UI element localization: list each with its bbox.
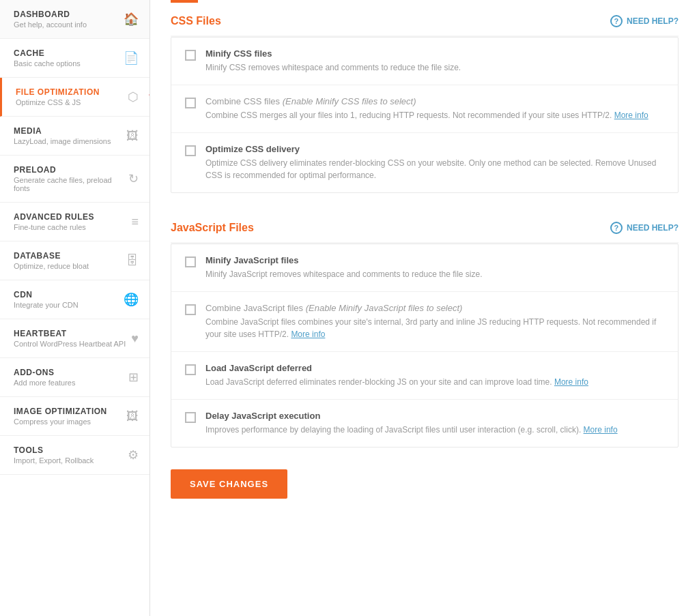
sidebar-icon-tools: ⚙ xyxy=(128,448,139,463)
js-need-help-link[interactable]: ? NEED HELP? xyxy=(610,222,679,234)
sidebar: DASHBOARDGet help, account info🏠CACHEBas… xyxy=(0,0,150,616)
option-title-combine-js: Combine JavaScript files (Enable Minify … xyxy=(205,303,664,313)
sidebar-item-title-add-ons: ADD-ONS xyxy=(14,368,123,377)
option-title-minify-css: Minify CSS files xyxy=(205,48,664,59)
sidebar-icon-add-ons: ⊞ xyxy=(128,370,139,385)
sidebar-item-title-media: MEDIA xyxy=(14,126,121,136)
sidebar-item-title-database: DATABASE xyxy=(14,251,121,261)
sidebar-item-subtitle-image-optimization: Compress your images xyxy=(14,417,121,426)
option-row-optimize-css-delivery: Optimize CSS deliveryOptimize CSS delive… xyxy=(171,133,678,192)
option-desc-combine-js: Combine JavaScript files combines your s… xyxy=(205,316,664,340)
css-section-title: CSS Files xyxy=(171,15,221,27)
sidebar-icon-file-optimization: ⬡ xyxy=(128,89,139,104)
sidebar-item-preload[interactable]: PRELOADGenerate cache files, preload fon… xyxy=(0,156,149,203)
checkbox-delay-js[interactable] xyxy=(185,412,196,423)
option-row-load-js-deferred: Load JavaScript deferredLoad JavaScript … xyxy=(171,352,678,400)
option-desc-delay-js: Improves performance by delaying the loa… xyxy=(205,424,664,436)
option-link-combine-js[interactable]: More info xyxy=(291,329,325,339)
js-section-header: JavaScript Files ? NEED HELP? xyxy=(171,209,679,244)
option-title-minify-js: Minify JavaScript files xyxy=(205,255,664,265)
sidebar-item-dashboard[interactable]: DASHBOARDGet help, account info🏠 xyxy=(0,0,149,39)
sidebar-icon-cache: 📄 xyxy=(124,50,139,65)
option-link-load-js-deferred[interactable]: More info xyxy=(554,377,588,387)
sidebar-item-title-cache: CACHE xyxy=(14,48,118,58)
sidebar-item-subtitle-database: Optimize, reduce bloat xyxy=(14,262,121,270)
option-row-minify-js: Minify JavaScript filesMinify JavaScript… xyxy=(171,244,678,292)
js-options-block: Minify JavaScript filesMinify JavaScript… xyxy=(171,244,679,448)
sidebar-item-title-cdn: CDN xyxy=(14,290,118,299)
sidebar-item-database[interactable]: DATABASEOptimize, reduce bloat🗄 xyxy=(0,241,149,280)
sidebar-item-title-heartbeat: HEARTBEAT xyxy=(14,329,126,338)
checkbox-combine-js[interactable] xyxy=(185,304,196,315)
sidebar-item-subtitle-heartbeat: Control WordPress Heartbeat API xyxy=(14,340,126,348)
sidebar-icon-heartbeat: ♥ xyxy=(131,332,139,346)
sidebar-icon-media: 🖼 xyxy=(126,129,139,143)
checkbox-combine-css[interactable] xyxy=(185,98,196,108)
option-title-delay-js: Delay JavaScript execution xyxy=(205,411,664,421)
sidebar-item-subtitle-media: LazyLoad, image dimensions xyxy=(14,137,121,145)
sidebar-item-title-file-optimization: FILE OPTIMIZATION xyxy=(16,87,122,97)
sidebar-item-subtitle-cdn: Integrate your CDN xyxy=(14,301,118,309)
option-title-combine-css: Combine CSS files (Enable Minify CSS fil… xyxy=(205,96,664,106)
checkbox-minify-css[interactable] xyxy=(185,50,196,61)
css-need-help-link[interactable]: ? NEED HELP? xyxy=(610,15,679,27)
option-desc-load-js-deferred: Load JavaScript deferred eliminates rend… xyxy=(205,376,664,388)
sidebar-item-tools[interactable]: TOOLSImport, Export, Rollback⚙ xyxy=(0,436,149,475)
option-row-combine-js: Combine JavaScript files (Enable Minify … xyxy=(171,292,678,352)
css-need-help-label: NEED HELP? xyxy=(627,16,679,26)
option-desc-combine-css: Combine CSS merges all your files into 1… xyxy=(205,109,664,121)
sidebar-icon-image-optimization: 🖼 xyxy=(126,409,139,424)
sidebar-item-title-dashboard: DASHBOARD xyxy=(14,10,118,19)
option-title-load-js-deferred: Load JavaScript deferred xyxy=(205,363,664,373)
sidebar-item-title-advanced-rules: ADVANCED RULES xyxy=(14,212,126,222)
option-link-delay-js[interactable]: More info xyxy=(584,425,618,435)
option-title-optimize-css-delivery: Optimize CSS delivery xyxy=(205,144,664,154)
sidebar-item-subtitle-preload: Generate cache files, preload fonts xyxy=(14,176,123,192)
sidebar-item-add-ons[interactable]: ADD-ONSAdd more features⊞ xyxy=(0,358,149,397)
need-help-icon-js: ? xyxy=(610,222,623,234)
sidebar-item-cache[interactable]: CACHEBasic cache options📄 xyxy=(0,39,149,78)
sidebar-item-media[interactable]: MEDIALazyLoad, image dimensions🖼 xyxy=(0,117,149,156)
sidebar-item-heartbeat[interactable]: HEARTBEATControl WordPress Heartbeat API… xyxy=(0,319,149,358)
checkbox-load-js-deferred[interactable] xyxy=(185,364,196,375)
sidebar-item-subtitle-dashboard: Get help, account info xyxy=(14,20,118,29)
sidebar-item-subtitle-advanced-rules: Fine-tune cache rules xyxy=(14,223,126,231)
option-link-combine-css[interactable]: More info xyxy=(614,111,648,120)
js-need-help-label: NEED HELP? xyxy=(627,223,679,233)
main-content: CSS Files ? NEED HELP? Minify CSS filesM… xyxy=(150,0,699,616)
sidebar-icon-cdn: 🌐 xyxy=(124,292,139,307)
sidebar-item-cdn[interactable]: CDNIntegrate your CDN🌐 xyxy=(0,280,149,319)
sidebar-icon-database: 🗄 xyxy=(126,254,139,268)
sidebar-item-subtitle-tools: Import, Export, Rollback xyxy=(14,456,122,465)
sidebar-icon-preload: ↻ xyxy=(128,171,139,186)
sidebar-icon-dashboard: 🏠 xyxy=(124,12,139,27)
sidebar-item-subtitle-add-ons: Add more features xyxy=(14,379,123,387)
option-row-minify-css: Minify CSS filesMinify CSS removes white… xyxy=(171,38,678,85)
need-help-icon: ? xyxy=(610,15,623,27)
js-section-title: JavaScript Files xyxy=(171,222,254,234)
sidebar-item-subtitle-file-optimization: Optimize CSS & JS xyxy=(16,98,122,106)
sidebar-item-title-preload: PRELOAD xyxy=(14,165,123,175)
option-desc-minify-css: Minify CSS removes whitespace and commen… xyxy=(205,61,664,74)
sidebar-item-file-optimization[interactable]: FILE OPTIMIZATIONOptimize CSS & JS⬡ xyxy=(0,78,149,117)
checkbox-optimize-css-delivery[interactable] xyxy=(185,145,196,156)
save-changes-button[interactable]: SAVE CHANGES xyxy=(171,469,287,499)
option-desc-optimize-css-delivery: Optimize CSS delivery eliminates render-… xyxy=(205,157,664,181)
option-desc-minify-js: Minify JavaScript removes whitespace and… xyxy=(205,268,664,280)
sidebar-item-advanced-rules[interactable]: ADVANCED RULESFine-tune cache rules≡ xyxy=(0,203,149,241)
sidebar-icon-advanced-rules: ≡ xyxy=(131,215,139,229)
sidebar-item-subtitle-cache: Basic cache options xyxy=(14,59,118,68)
option-row-delay-js: Delay JavaScript executionImproves perfo… xyxy=(171,400,678,447)
css-section-header: CSS Files ? NEED HELP? xyxy=(171,3,679,37)
sidebar-item-title-tools: TOOLS xyxy=(14,445,122,455)
sidebar-item-image-optimization[interactable]: IMAGE OPTIMIZATIONCompress your images🖼 xyxy=(0,397,149,436)
css-options-block: Minify CSS filesMinify CSS removes white… xyxy=(171,37,679,193)
sidebar-item-title-image-optimization: IMAGE OPTIMIZATION xyxy=(14,407,121,416)
checkbox-minify-js[interactable] xyxy=(185,256,196,267)
option-row-combine-css: Combine CSS files (Enable Minify CSS fil… xyxy=(171,85,678,133)
